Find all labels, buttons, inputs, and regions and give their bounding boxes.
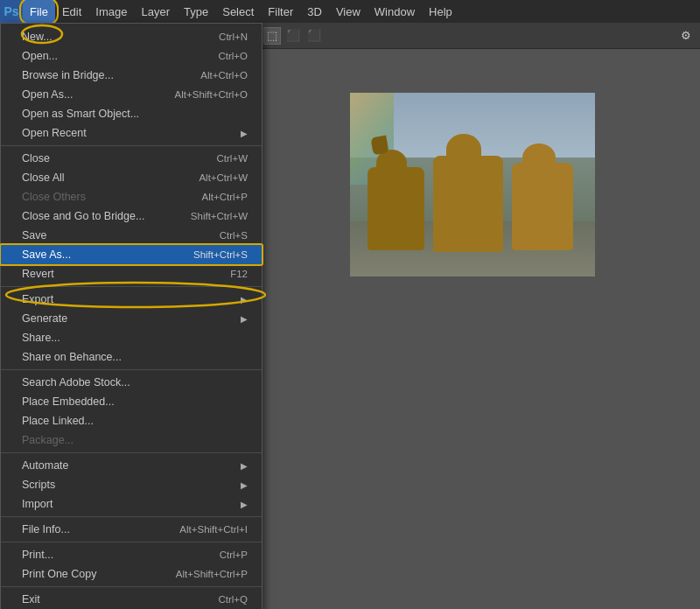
menu-item-automate-arrow: ▶ [241, 461, 248, 471]
menu-item-save-label: Save [22, 229, 202, 242]
menu-sep-2 [1, 286, 262, 287]
menu-item-open-label: Open... [22, 50, 200, 62]
menu-item-place-linked[interactable]: Place Linked... [1, 411, 262, 430]
menu-item-file-info-label: File Info... [22, 523, 162, 536]
menu-item-new-shortcut: Ctrl+N [219, 32, 248, 42]
menu-edit[interactable]: Edit [55, 0, 88, 23]
menu-help[interactable]: Help [422, 0, 459, 23]
menu-item-new[interactable]: New... Ctrl+N [1, 27, 262, 46]
menu-item-export-arrow: ▶ [241, 295, 248, 304]
menu-sep-1 [1, 145, 262, 146]
menu-item-print-one-copy-label: Print One Copy [22, 568, 158, 580]
app-logo: Ps [0, 0, 23, 23]
menu-item-automate[interactable]: Automate ▶ [1, 456, 262, 475]
file-dropdown-menu: New... Ctrl+N Open... Ctrl+O Browse in B… [0, 23, 262, 609]
menu-window[interactable]: Window [368, 0, 422, 23]
menu-item-revert-shortcut: F12 [230, 269, 248, 279]
menu-item-close[interactable]: Close Ctrl+W [1, 149, 262, 168]
menu-item-revert[interactable]: Revert F12 [1, 264, 262, 284]
menu-item-scripts-arrow: ▶ [241, 480, 248, 490]
align-center-icon[interactable]: ⬛ [305, 27, 323, 45]
menu-item-save-as-label: Save As... [22, 248, 176, 261]
menu-item-generate[interactable]: Generate ▶ [1, 309, 262, 328]
menu-item-print[interactable]: Print... Ctrl+P [1, 545, 262, 564]
menu-item-package-label: Package... [22, 434, 248, 446]
menu-item-print-label: Print... [22, 549, 202, 561]
menu-select[interactable]: Select [215, 0, 261, 23]
menu-item-new-label: New... [22, 31, 201, 43]
menu-item-print-one-copy-shortcut: Alt+Shift+Ctrl+P [176, 569, 248, 579]
menu-item-import-arrow: ▶ [241, 500, 248, 509]
menu-item-scripts-label: Scripts [22, 479, 241, 491]
menu-layer[interactable]: Layer [135, 0, 178, 23]
menu-item-close-others-shortcut: Alt+Ctrl+P [202, 192, 248, 202]
menu-item-behance[interactable]: Share on Behance... [1, 347, 262, 367]
menu-item-close-bridge[interactable]: Close and Go to Bridge... Shift+Ctrl+W [1, 206, 262, 226]
menu-item-behance-label: Share on Behance... [22, 351, 248, 363]
menu-item-close-others-label: Close Others [22, 191, 185, 203]
menu-sep-5 [1, 516, 262, 517]
menu-item-file-info-shortcut: Alt+Shift+Ctrl+I [179, 524, 248, 535]
menu-sep-6 [1, 542, 262, 542]
menu-item-open-as-shortcut: Alt+Shift+Ctrl+O [175, 89, 248, 100]
menu-item-close-others: Close Others Alt+Ctrl+P [1, 187, 262, 206]
menu-item-open-recent-label: Open Recent [22, 127, 241, 139]
menu-item-open-recent-arrow: ▶ [241, 129, 248, 138]
menu-item-save-as[interactable]: Save As... Shift+Ctrl+S [1, 245, 262, 264]
menu-item-export[interactable]: Export ▶ [1, 290, 262, 309]
menu-item-file-info[interactable]: File Info... Alt+Shift+Ctrl+I [1, 520, 262, 539]
menu-item-close-shortcut: Ctrl+W [217, 153, 248, 164]
menu-item-close-bridge-shortcut: Shift+Ctrl+W [191, 211, 248, 221]
menu-item-close-label: Close [22, 152, 200, 164]
menu-item-bridge-shortcut: Alt+Ctrl+O [200, 70, 248, 80]
canvas-options-icon[interactable]: ⬚ [263, 27, 281, 45]
menu-item-revert-label: Revert [22, 268, 213, 280]
menu-item-print-one-copy[interactable]: Print One Copy Alt+Shift+Ctrl+P [1, 564, 262, 584]
menu-item-adobe-stock-label: Search Adobe Stock... [22, 376, 248, 388]
menu-item-place-linked-label: Place Linked... [22, 415, 248, 427]
menubar: Ps File Edit Image Layer Type Select Fil… [0, 0, 700, 23]
menu-item-save-as-shortcut: Shift+Ctrl+S [193, 249, 248, 260]
menu-sep-3 [1, 369, 262, 370]
menu-sep-4 [1, 452, 262, 453]
menu-item-smart-object[interactable]: Open as Smart Object... [1, 104, 262, 123]
menu-item-place-embedded[interactable]: Place Embedded... [1, 392, 262, 411]
menu-item-bridge[interactable]: Browse in Bridge... Alt+Ctrl+O [1, 66, 262, 85]
menu-item-share-label: Share... [22, 332, 248, 344]
menu-item-open[interactable]: Open... Ctrl+O [1, 46, 262, 66]
menu-item-adobe-stock[interactable]: Search Adobe Stock... [1, 373, 262, 392]
menu-item-import-label: Import [22, 498, 241, 510]
menu-item-exit[interactable]: Exit Ctrl+Q [1, 590, 262, 609]
menu-item-bridge-label: Browse in Bridge... [22, 69, 183, 81]
menu-item-save-shortcut: Ctrl+S [220, 230, 248, 241]
menu-filter[interactable]: Filter [261, 0, 300, 23]
dog-right [512, 163, 573, 250]
menu-item-close-bridge-label: Close and Go to Bridge... [22, 210, 173, 222]
menu-item-generate-label: Generate [22, 312, 241, 325]
align-left-icon[interactable]: ⬛ [284, 27, 302, 45]
menu-item-close-all-shortcut: Alt+Ctrl+W [199, 172, 248, 183]
menu-item-close-all[interactable]: Close All Alt+Ctrl+W [1, 168, 262, 187]
menu-item-print-shortcut: Ctrl+P [220, 550, 248, 560]
menu-item-smart-object-label: Open as Smart Object... [22, 108, 248, 120]
menu-image[interactable]: Image [88, 0, 134, 23]
menu-item-open-recent[interactable]: Open Recent ▶ [1, 123, 262, 143]
menu-type[interactable]: Type [177, 0, 215, 23]
menu-item-import[interactable]: Import ▶ [1, 494, 262, 514]
menu-item-exit-label: Exit [22, 593, 200, 606]
menu-item-export-label: Export [22, 293, 241, 305]
dogs-photo [350, 93, 595, 276]
menu-item-save[interactable]: Save Ctrl+S [1, 226, 262, 245]
menu-view[interactable]: View [329, 0, 368, 23]
menu-item-automate-label: Automate [22, 459, 241, 472]
options-icon[interactable]: ⚙ [677, 27, 695, 45]
menu-item-scripts[interactable]: Scripts ▶ [1, 475, 262, 494]
menu-sep-7 [1, 586, 262, 587]
menu-3d[interactable]: 3D [300, 0, 329, 23]
menu-file[interactable]: File [23, 0, 55, 23]
menu-item-place-embedded-label: Place Embedded... [22, 396, 248, 408]
menu-item-exit-shortcut: Ctrl+Q [218, 594, 248, 605]
menu-item-share[interactable]: Share... [1, 328, 262, 347]
menu-item-open-as[interactable]: Open As... Alt+Shift+Ctrl+O [1, 85, 262, 104]
menu-item-open-shortcut: Ctrl+O [218, 51, 248, 61]
